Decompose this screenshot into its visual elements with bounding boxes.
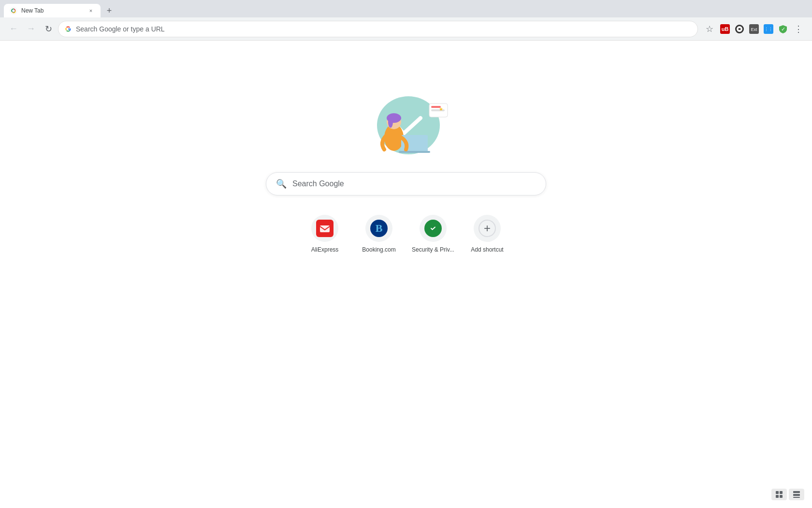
shortcut-booking[interactable]: B Booking.com [358,215,400,254]
add-shortcut-logo: + [478,220,496,237]
svg-rect-28 [780,495,783,498]
new-tab-button[interactable]: + [102,4,116,17]
tab-close-button[interactable]: × [87,7,95,15]
new-tab-page: ★ 🔍 Search Google [0,41,812,508]
bookmark-button[interactable]: ☆ [702,21,717,37]
aliexpress-logo [316,220,334,237]
svg-rect-30 [793,494,800,496]
tampermonkey-extension[interactable] [733,22,746,36]
ublock-extension[interactable]: uB [718,22,732,36]
toolbar-right-icons: ☆ uB Ext [702,21,806,37]
booking-logo: B [370,220,388,237]
svg-rect-25 [776,491,779,494]
toolbar: ← → ↻ Search Google or type a URL ☆ [0,17,812,41]
svg-rect-24 [320,225,330,232]
back-button[interactable]: ← [6,21,21,37]
star-icon: ☆ [706,24,713,34]
shortcuts-row: AliExpress B Booking.com [304,215,508,254]
hero-illustration: ★ [358,89,454,157]
tab-bar: New Tab × + [0,0,812,17]
active-tab[interactable]: New Tab × [4,4,101,17]
svg-text:★: ★ [439,106,443,112]
menu-button[interactable]: ⋮ [791,21,806,37]
shortcut-security[interactable]: Security & Priv... [412,215,454,254]
svg-rect-26 [780,491,783,494]
svg-text:⋮⋮: ⋮⋮ [764,27,773,32]
address-text: Search Google or type a URL [76,25,165,33]
google-icon [64,25,72,33]
ext3[interactable]: Ext [747,22,761,36]
aliexpress-label: AliExpress [311,246,339,254]
ext4[interactable]: ⋮⋮ [762,22,775,36]
svg-text:uB: uB [722,26,729,32]
svg-rect-31 [793,497,800,498]
tab-favicon [10,7,17,15]
security-logo [424,220,442,237]
forward-button[interactable]: → [23,21,39,37]
booking-shortcut-icon: B [365,215,392,242]
add-shortcut-icon-wrapper: + [474,215,501,242]
tab-title: New Tab [21,7,83,14]
aliexpress-shortcut-icon [311,215,338,242]
svg-rect-18 [399,151,430,153]
search-bar[interactable]: 🔍 Search Google [266,172,546,195]
reload-button[interactable]: ↻ [41,21,56,37]
address-bar[interactable]: Search Google or type a URL [58,21,698,37]
shortcut-aliexpress[interactable]: AliExpress [304,215,346,254]
svg-rect-27 [776,495,779,498]
svg-point-16 [388,116,393,128]
booking-label: Booking.com [362,246,395,254]
search-placeholder: Search Google [292,179,536,188]
bottom-controls [771,489,804,500]
reload-icon: ↻ [45,24,52,34]
list-view-button[interactable] [789,489,804,500]
security-shortcut-icon [420,215,447,242]
svg-text:✓: ✓ [781,26,785,32]
guard-extension[interactable]: ✓ [776,22,790,36]
grid-view-button[interactable] [771,489,787,500]
browser-frame: New Tab × + ← → ↻ Search Goo [0,0,812,508]
svg-text:Ext: Ext [751,27,757,32]
search-icon: 🔍 [276,179,287,189]
three-dots-icon: ⋮ [794,24,803,34]
svg-rect-29 [793,491,800,493]
security-label: Security & Priv... [412,246,454,254]
shortcut-add[interactable]: + Add shortcut [466,215,508,254]
add-shortcut-label: Add shortcut [471,246,503,254]
forward-icon: → [27,24,35,34]
search-container: 🔍 Search Google [266,172,546,195]
back-icon: ← [9,24,18,34]
